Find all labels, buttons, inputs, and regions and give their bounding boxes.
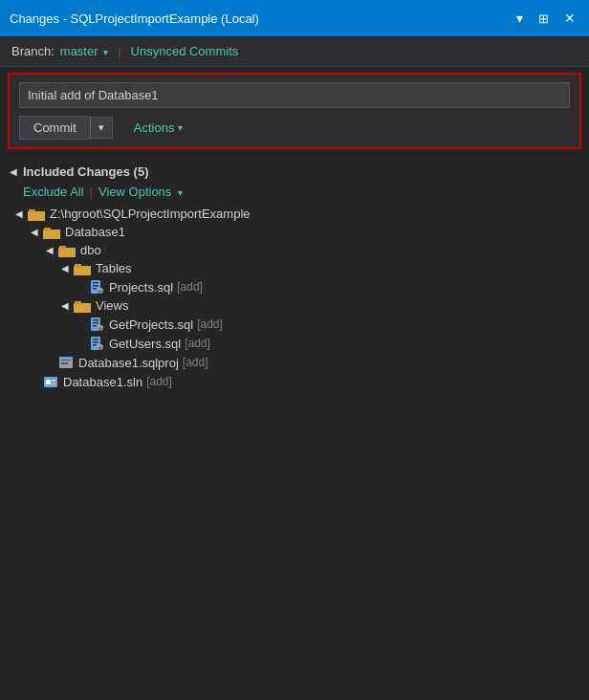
tree-item-root-path[interactable]: ◀ Z:\hgroot\SQLProjectImportExample <box>0 205 589 223</box>
svg-rect-33 <box>93 322 98 324</box>
tree-collapse-arrow-icon: ◀ <box>15 208 25 219</box>
actions-button[interactable]: Actions ▾ <box>124 117 193 139</box>
branch-separator: | <box>118 44 120 58</box>
close-icon: ✕ <box>564 11 576 25</box>
pin-button[interactable]: ⊞ <box>534 11 553 27</box>
commit-dropdown-arrow-icon: ▾ <box>98 121 104 133</box>
folder-icon <box>58 244 76 257</box>
folder-icon <box>28 208 45 221</box>
svg-rect-30 <box>75 301 81 304</box>
tree-collapse-arrow-icon: ◀ <box>46 245 55 255</box>
close-button[interactable]: ✕ <box>560 10 579 27</box>
svg-rect-3 <box>28 211 45 221</box>
section-title: Included Changes (5) <box>23 164 148 179</box>
tree-item-database1[interactable]: ◀ Database1 <box>0 223 589 241</box>
svg-text:db: db <box>98 289 104 295</box>
commit-area: Commit ▾ Actions ▾ <box>8 73 581 149</box>
commit-button[interactable]: Commit <box>19 116 90 140</box>
tree-item-database1-sqlproj[interactable]: Database1.sqlproj[add] <box>0 353 589 372</box>
item-label: dbo <box>80 243 101 257</box>
svg-rect-29 <box>74 303 91 313</box>
item-badge: [add] <box>185 337 210 350</box>
commit-buttons: Commit ▾ Actions ▾ <box>19 116 570 140</box>
tree-item-getprojects-sql[interactable]: db GetProjects.sql[add] <box>0 315 589 334</box>
svg-rect-18 <box>74 266 91 275</box>
item-label: GetProjects.sql <box>109 317 193 332</box>
svg-rect-48 <box>46 380 51 384</box>
item-label: Tables <box>96 261 132 275</box>
tree-item-dbo[interactable]: ◀ dbo <box>0 241 589 259</box>
svg-rect-4 <box>29 209 35 212</box>
svg-rect-14 <box>59 246 66 249</box>
item-label: GetUsers.sql <box>109 337 181 351</box>
svg-rect-19 <box>75 264 81 267</box>
sql-file-icon: db <box>89 279 104 295</box>
proj-file-icon <box>58 355 74 370</box>
item-label: Database1.sqlproj <box>78 356 179 370</box>
item-badge: [add] <box>197 317 223 331</box>
links-separator: | <box>90 185 93 199</box>
svg-rect-23 <box>93 288 97 290</box>
item-badge: [add] <box>177 280 203 294</box>
branch-selector[interactable]: master ▾ <box>60 44 108 58</box>
branch-dropdown-arrow-icon: ▾ <box>103 47 108 57</box>
branch-bar: Branch: master ▾ | Unsynced Commits <box>0 36 589 67</box>
sql-file-icon: db <box>89 317 104 332</box>
branch-label: Branch: <box>11 44 55 58</box>
actions-dropdown-arrow-icon: ▾ <box>178 122 183 133</box>
tree-item-database1-sln[interactable]: Database1.sln[add] <box>0 372 589 391</box>
svg-rect-22 <box>93 285 98 287</box>
svg-text:db: db <box>98 345 104 351</box>
title-actions: ▾ ⊞ ✕ <box>513 10 579 27</box>
item-badge: [add] <box>183 356 208 369</box>
svg-rect-21 <box>93 282 98 284</box>
tree-collapse-arrow-icon: ◀ <box>61 300 71 311</box>
tree-item-tables[interactable]: ◀ Tables <box>0 259 589 277</box>
sln-file-icon <box>43 374 58 389</box>
actions-label: Actions <box>134 120 175 135</box>
commit-dropdown-button[interactable]: ▾ <box>90 117 113 139</box>
item-label: Database1 <box>65 225 125 239</box>
folder-icon <box>74 262 91 275</box>
changes-section: ◀ Included Changes (5) Exclude All | Vie… <box>0 155 589 700</box>
view-options-arrow-icon: ▾ <box>178 187 183 198</box>
svg-rect-46 <box>59 357 73 360</box>
folder-icon <box>43 226 60 239</box>
svg-rect-39 <box>93 341 98 343</box>
view-options-label: View Options <box>98 185 171 199</box>
item-label: Views <box>96 298 128 313</box>
tree-collapse-arrow-icon: ◀ <box>31 227 40 237</box>
file-tree: ◀ Z:\hgroot\SQLProjectImportExample◀ Dat… <box>0 205 589 391</box>
tree-item-projects-sql[interactable]: db Projects.sql[add] <box>0 277 589 296</box>
branch-name-text: master <box>60 44 98 58</box>
item-label: Database1.sln <box>63 375 142 389</box>
tree-item-getusers-sql[interactable]: db GetUsers.sql[add] <box>0 334 589 353</box>
svg-rect-40 <box>93 344 97 346</box>
svg-rect-49 <box>52 380 55 382</box>
section-header: ◀ Included Changes (5) <box>0 161 589 183</box>
sql-file-icon: db <box>89 336 104 351</box>
commit-message-input[interactable] <box>19 82 570 108</box>
view-options-link[interactable]: View Options ▾ <box>98 185 183 199</box>
section-links: Exclude All | View Options ▾ <box>0 183 589 201</box>
panel-title: Changes - SQLProjectImportExample (Local… <box>10 11 513 26</box>
commit-label: Commit <box>33 120 76 135</box>
item-label: Projects.sql <box>109 280 173 295</box>
svg-rect-38 <box>93 339 98 340</box>
title-bar: Changes - SQLProjectImportExample (Local… <box>0 0 589 36</box>
folder-icon <box>74 299 91 313</box>
dropdown-button[interactable]: ▾ <box>513 10 527 27</box>
changes-panel: Changes - SQLProjectImportExample (Local… <box>0 0 589 700</box>
section-collapse-arrow-icon[interactable]: ◀ <box>10 166 17 177</box>
tree-item-views[interactable]: ◀ Views <box>0 296 589 315</box>
pin-icon: ⊞ <box>538 12 549 25</box>
svg-rect-9 <box>44 228 51 230</box>
svg-rect-8 <box>43 230 60 239</box>
svg-rect-34 <box>93 325 97 327</box>
svg-rect-32 <box>93 319 98 321</box>
svg-rect-13 <box>58 248 76 257</box>
unsynced-commits-link[interactable]: Unsynced Commits <box>131 44 239 58</box>
dropdown-arrow-icon: ▾ <box>516 11 523 25</box>
svg-rect-45 <box>61 362 68 364</box>
exclude-all-link[interactable]: Exclude All <box>23 185 84 199</box>
